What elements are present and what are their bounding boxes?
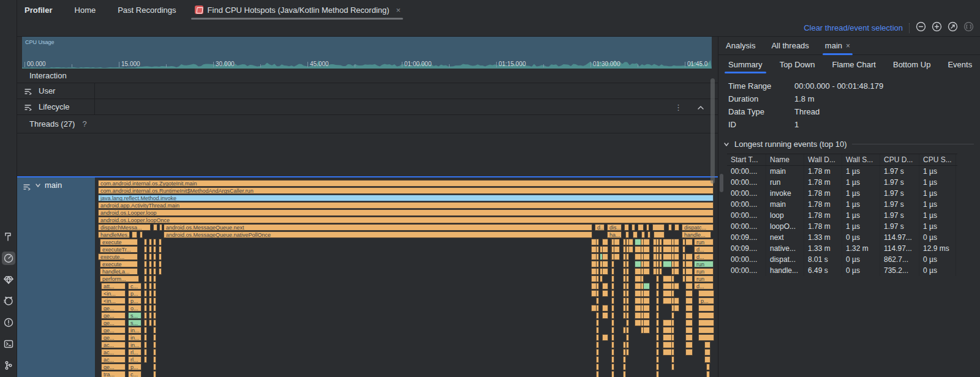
flame-bar[interactable] [596, 275, 599, 282]
flame-bar[interactable] [611, 319, 614, 326]
flame-bar-o[interactable]: o... [128, 305, 141, 312]
flame-bar-android-os-looper-loop[interactable]: android.os.Looper.loop [98, 209, 714, 216]
flame-bar[interactable] [611, 297, 614, 304]
reset-zoom-icon[interactable] [948, 21, 958, 34]
flame-bar[interactable] [698, 319, 714, 326]
flame-bar[interactable] [671, 275, 674, 282]
problems-icon[interactable] [2, 316, 15, 329]
flame-bar[interactable] [641, 290, 644, 297]
flame-bar[interactable] [674, 239, 679, 245]
flame-bar[interactable] [685, 334, 693, 341]
flame-bar[interactable] [626, 268, 629, 275]
flame-bar-ge[interactable]: ge... [101, 312, 126, 319]
flame-bar-android-os-messagequeue-nativepollonce[interactable]: android.os.MessageQueue.nativePollOnce [164, 231, 592, 238]
flame-bar[interactable] [671, 349, 674, 356]
flame-bar[interactable] [132, 231, 137, 238]
logcat-cat-icon[interactable] [2, 294, 15, 308]
flame-bar[interactable] [698, 334, 714, 341]
flame-bar[interactable] [140, 231, 143, 238]
flame-bar[interactable] [671, 261, 674, 267]
flame-bar[interactable] [602, 283, 608, 289]
flame-bar[interactable] [625, 231, 629, 238]
subtab-bottom-up[interactable]: Bottom Up [893, 55, 930, 73]
table-row[interactable]: 00:00....invoke1.78 m1 µs1.97 s1 µs [727, 188, 957, 199]
flame-bar[interactable] [656, 356, 659, 363]
flame-bar[interactable] [643, 261, 650, 267]
flame-bar[interactable] [596, 364, 599, 370]
panel-scrollbar[interactable] [720, 174, 723, 192]
clear-thread-event-selection-link[interactable]: Clear thread/event selection [804, 23, 903, 32]
tab-close-icon[interactable]: × [846, 42, 850, 50]
table-row[interactable]: 00:00....loopO...1.78 m1 µs1.97 s1 µs [727, 221, 957, 232]
flame-bar[interactable] [144, 290, 147, 297]
flame-bar[interactable] [611, 239, 614, 245]
flame-bar-in[interactable]: <in... [101, 297, 126, 304]
flame-bar[interactable] [611, 371, 614, 377]
flame-bar-android-app-activitythread-main[interactable]: android.app.ActivityThread.main [98, 202, 714, 209]
flame-bar-run[interactable]: run [694, 261, 714, 267]
flame-bar[interactable] [641, 231, 645, 238]
flame-bar[interactable] [144, 312, 147, 319]
flame-bar[interactable] [656, 268, 659, 275]
flame-bar[interactable] [596, 342, 599, 348]
timeline-vertical-scrollbar[interactable] [710, 78, 715, 184]
track-row-user[interactable]: User [17, 83, 718, 99]
flame-bar[interactable] [663, 239, 672, 245]
flame-bar[interactable] [596, 239, 599, 245]
flame-bar[interactable] [685, 305, 693, 312]
flame-bar[interactable] [656, 349, 659, 356]
track-row-lifecycle[interactable]: Lifecycle [17, 99, 718, 115]
flame-bar[interactable] [656, 312, 659, 319]
flame-bar[interactable] [153, 312, 156, 319]
flame-bar[interactable] [671, 356, 674, 363]
flame-bar-att[interactable]: att... [101, 283, 126, 289]
flame-bar[interactable] [596, 312, 599, 319]
flame-bar-com-android-internal-os-runtimeinit-methodandargscaller-run[interactable]: com.android.internal.os.RuntimeInit$Meth… [98, 187, 714, 194]
flame-bar[interactable] [663, 297, 672, 304]
flame-bar-s[interactable]: s... [128, 312, 141, 319]
flame-bar[interactable] [153, 261, 156, 267]
flame-bar-in[interactable]: in... [128, 327, 141, 334]
longest-events-header[interactable]: Longest running events (top 10) [723, 140, 980, 149]
flame-bar[interactable] [159, 239, 162, 245]
flame-bar[interactable] [643, 290, 650, 297]
flame-bar[interactable] [144, 261, 147, 267]
flame-bar[interactable] [641, 275, 644, 282]
flame-bar[interactable] [685, 349, 693, 356]
flame-bar[interactable] [656, 334, 659, 341]
flame-bar-tra[interactable]: tra... [101, 371, 126, 377]
flame-bar[interactable] [643, 253, 650, 260]
column-header[interactable]: Wall S... [842, 154, 880, 165]
flame-bar[interactable] [626, 305, 629, 312]
flame-bar[interactable] [626, 297, 629, 304]
flame-bar[interactable] [153, 342, 156, 348]
flame-bar[interactable] [596, 305, 599, 312]
flame-bar[interactable] [663, 319, 672, 326]
flame-bar[interactable] [685, 239, 693, 245]
flame-bar-ac[interactable]: ac... [101, 342, 126, 348]
flame-bar[interactable] [159, 246, 162, 253]
flame-bar[interactable] [596, 246, 599, 253]
flame-bar[interactable] [682, 246, 685, 253]
flame-bar[interactable] [149, 268, 152, 275]
flame-bar[interactable] [153, 239, 156, 245]
frame-selection-icon[interactable] [963, 21, 974, 34]
flame-bar-ac[interactable]: ac... [101, 356, 126, 363]
thread-expand-chevron-icon[interactable] [35, 182, 41, 188]
flame-bar-c[interactable]: c... [128, 371, 141, 377]
table-row[interactable]: 00:09....native...1.33 m1.32 m114.97...1… [727, 243, 957, 254]
flame-bar-ge[interactable]: ge... [101, 334, 126, 341]
table-row[interactable]: 00:09....next1.33 m0 µs114.97...0 µs [727, 232, 957, 243]
flame-bar[interactable] [641, 312, 644, 319]
flame-bar[interactable] [611, 290, 614, 297]
flame-bar-rl[interactable]: rl... [128, 349, 141, 356]
flame-bar[interactable] [611, 312, 614, 319]
flame-bar[interactable] [656, 261, 659, 267]
flame-bar[interactable] [611, 283, 614, 289]
flame-bar[interactable] [631, 224, 635, 231]
flame-bar[interactable] [626, 261, 629, 267]
flame-bar-d[interactable]: d... [694, 283, 714, 289]
flame-bar[interactable] [643, 246, 650, 253]
flame-bar[interactable] [641, 327, 644, 334]
flame-bar[interactable] [656, 239, 659, 245]
